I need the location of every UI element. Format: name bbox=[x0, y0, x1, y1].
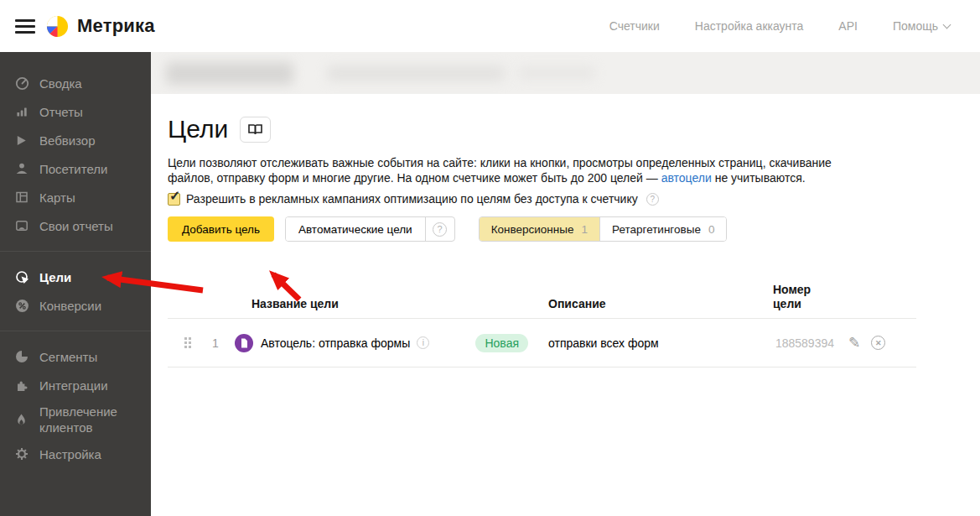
redacted-counter-info-2 bbox=[518, 66, 595, 80]
auto-goals-button[interactable]: Автоматические цели bbox=[286, 217, 425, 241]
sidebar-item-goals[interactable]: Цели bbox=[0, 263, 151, 291]
sidebar-item-webvisor[interactable]: Вебвизор bbox=[0, 126, 151, 154]
auto-goals-help[interactable]: ? bbox=[425, 217, 454, 241]
info-circle-icon[interactable]: i bbox=[417, 336, 429, 349]
counter-header-band bbox=[151, 52, 980, 94]
metrica-logo[interactable]: Метрика bbox=[46, 15, 155, 38]
play-icon bbox=[15, 133, 32, 147]
tab-label: Ретаргетинговые bbox=[612, 223, 701, 236]
sidebar-item-label: Сводка bbox=[39, 76, 82, 91]
description-text-after: не учитываются. bbox=[712, 171, 806, 185]
speedometer-icon bbox=[15, 76, 32, 90]
nav-help[interactable]: Помощь bbox=[893, 19, 950, 33]
row-actions: ✎ ✕ bbox=[838, 336, 916, 350]
chevron-down-icon bbox=[943, 20, 951, 29]
sidebar-item-reports[interactable]: Отчеты bbox=[0, 97, 151, 126]
sidebar-item-label: Карты bbox=[39, 190, 75, 206]
metrica-logo-icon bbox=[46, 15, 69, 38]
delete-circle-icon[interactable]: ✕ bbox=[871, 336, 885, 350]
nav-counters[interactable]: Счетчики bbox=[609, 19, 660, 33]
sidebar-item-integrations[interactable]: Интеграции bbox=[0, 371, 151, 399]
title-row: Цели bbox=[168, 115, 980, 143]
sidebar-item-visitors[interactable]: Посетители bbox=[0, 154, 151, 183]
edit-pencil-icon[interactable]: ✎ bbox=[848, 336, 860, 350]
sidebar-group-reports: Сводка Отчеты Вебвизор Посетители Карты bbox=[0, 64, 151, 245]
optimize-checkbox[interactable]: ✓ bbox=[168, 193, 180, 206]
redacted-counter-name bbox=[166, 62, 293, 85]
optimize-checkbox-row: ✓ Разрешить в рекламных кампаниях оптими… bbox=[168, 192, 980, 206]
tab-label: Конверсионные bbox=[491, 223, 574, 236]
tab-count: 1 bbox=[581, 223, 588, 236]
help-book-button[interactable] bbox=[240, 117, 271, 143]
page-root: { "colors": { "accent_yellow": "#fed530"… bbox=[0, 0, 980, 516]
goals-toolbar: Добавить цель Автоматические цели ? Конв… bbox=[168, 216, 980, 242]
sidebar-item-label: Конверсии bbox=[39, 298, 101, 314]
tab-retargeting-goals[interactable]: Ретаргетинговые 0 bbox=[599, 217, 726, 241]
sidebar-item-label: Настройка bbox=[39, 446, 101, 462]
main-content: Цели Цели позволяют отслеживать важные с… bbox=[151, 52, 980, 516]
sidebar-divider bbox=[0, 331, 151, 331]
question-circle-icon[interactable]: ? bbox=[646, 193, 659, 206]
goals-table: Название цели Описание Номер цели 1 Авто… bbox=[168, 277, 916, 367]
sidebar-group-goals: Цели Конверсии bbox=[0, 258, 151, 325]
goal-target-icon bbox=[15, 270, 32, 284]
table-header-row: Название цели Описание Номер цели bbox=[168, 277, 916, 319]
sidebar-item-label: Посетители bbox=[39, 161, 107, 177]
nav-account-settings[interactable]: Настройка аккаунта bbox=[695, 19, 804, 33]
table-row: 1 Автоцель: отправка формы i Новая отпра… bbox=[168, 319, 916, 367]
goal-type-tabs: Конверсионные 1 Ретаргетинговые 0 bbox=[479, 216, 728, 242]
sidebar-item-summary[interactable]: Сводка bbox=[0, 69, 151, 97]
sidebar-divider bbox=[0, 251, 151, 252]
drag-dots-icon bbox=[184, 337, 191, 348]
hamburger-menu-icon[interactable] bbox=[15, 19, 35, 34]
sidebar-item-label: Отчеты bbox=[39, 104, 83, 120]
gear-icon bbox=[15, 447, 32, 461]
goal-name-cell: Автоцель: отправка формы i Новая bbox=[235, 334, 545, 352]
sidebar-item-maps[interactable]: Карты bbox=[0, 183, 151, 211]
open-book-icon bbox=[247, 123, 263, 136]
sidebar-item-label: Сегменты bbox=[39, 349, 97, 365]
sidebar-item-conversions[interactable]: Конверсии bbox=[0, 291, 151, 320]
pie-chart-icon bbox=[15, 350, 32, 363]
tab-conversion-goals[interactable]: Конверсионные 1 bbox=[480, 217, 599, 241]
nav-api[interactable]: API bbox=[838, 19, 858, 33]
nav-help-label: Помощь bbox=[893, 19, 938, 33]
optimize-checkbox-label: Разрешить в рекламных кампаниях оптимиза… bbox=[186, 192, 638, 206]
layout-icon bbox=[15, 190, 32, 204]
row-number: 1 bbox=[201, 336, 235, 350]
sidebar-item-client-acquisition[interactable]: Привлечение клиентов bbox=[0, 399, 151, 440]
drag-handle[interactable] bbox=[168, 337, 201, 348]
sidebar-item-label: Свои отчеты bbox=[39, 218, 113, 234]
person-icon bbox=[15, 162, 32, 175]
goals-description: Цели позволяют отслеживать важные событи… bbox=[168, 156, 837, 185]
sidebar-item-settings[interactable]: Настройка bbox=[0, 440, 151, 468]
status-badge: Новая bbox=[475, 334, 528, 352]
column-header-goal-number: Номер цели bbox=[771, 283, 838, 311]
flame-icon bbox=[15, 413, 32, 426]
auto-goals-button-group: Автоматические цели ? bbox=[285, 216, 455, 242]
check-icon: ✓ bbox=[169, 188, 180, 204]
autogoal-icon bbox=[235, 334, 253, 352]
autogoals-link[interactable]: автоцели bbox=[661, 171, 712, 185]
sidebar-group-tools: Сегменты Интеграции Привлечение клиентов… bbox=[0, 337, 151, 473]
sidebar-item-label: Привлечение клиентов bbox=[39, 404, 120, 435]
page-title: Цели bbox=[168, 115, 228, 143]
sidebar-item-label: Вебвизор bbox=[39, 133, 96, 149]
question-circle-icon: ? bbox=[433, 222, 447, 237]
sidebar-item-custom-reports[interactable]: Свои отчеты bbox=[0, 211, 151, 240]
puzzle-icon bbox=[15, 378, 32, 392]
sidebar: Сводка Отчеты Вебвизор Посетители Карты bbox=[0, 52, 151, 516]
sidebar-item-segments[interactable]: Сегменты bbox=[0, 342, 151, 371]
top-nav: Счетчики Настройка аккаунта API Помощь bbox=[609, 19, 950, 33]
percent-circle-icon bbox=[15, 299, 32, 312]
tab-count: 0 bbox=[708, 223, 715, 236]
monitor-icon bbox=[15, 219, 32, 232]
column-header-name: Название цели bbox=[235, 297, 545, 311]
bar-chart-icon bbox=[15, 105, 32, 118]
column-header-description: Описание bbox=[545, 297, 771, 311]
brand-name: Метрика bbox=[77, 15, 155, 37]
goal-name[interactable]: Автоцель: отправка формы bbox=[261, 336, 410, 350]
goal-id: 188589394 bbox=[771, 336, 838, 350]
top-header: Метрика Счетчики Настройка аккаунта API … bbox=[0, 0, 980, 52]
add-goal-button[interactable]: Добавить цель bbox=[168, 216, 274, 242]
